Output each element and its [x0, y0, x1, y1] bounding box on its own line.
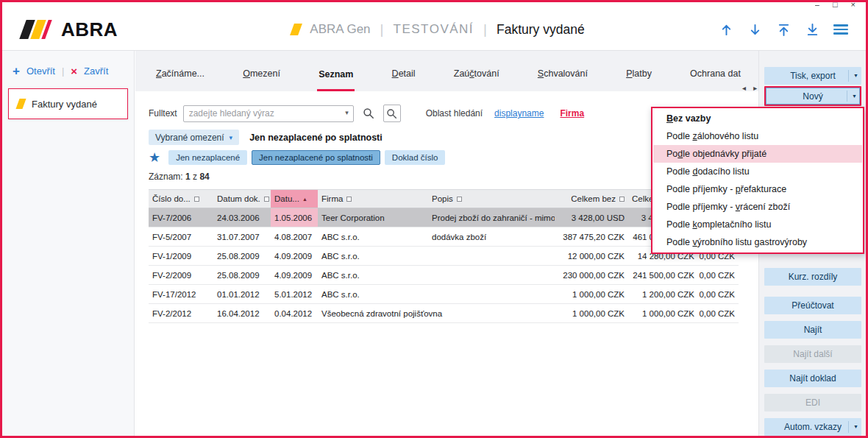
column-filter-icon[interactable]	[194, 197, 199, 202]
sidebar-toolbar: + Otevřít | × Zavřít	[2, 51, 134, 85]
button-najit-doklad[interactable]: Najít doklad	[764, 370, 861, 387]
star-icon[interactable]: ★	[149, 150, 160, 165]
search-button[interactable]	[360, 105, 377, 122]
hamburger-menu-icon[interactable]	[833, 24, 848, 35]
table-row[interactable]: FV-2/2012 16.04.2012 0.04.2012 Všeobecná…	[149, 304, 739, 323]
scroll-right-icon[interactable]: ►	[753, 85, 758, 92]
button-kurz-rozdily[interactable]: Kurz. rozdíly	[764, 268, 861, 286]
filter-chip[interactable]: Doklad číslo	[385, 150, 446, 165]
chevron-down-icon[interactable]: ▾	[345, 109, 349, 116]
sort-asc-icon: ▲	[302, 197, 307, 202]
button-edi: EDI	[764, 394, 861, 411]
new-menu-item[interactable]: Podle kompletačního listu	[653, 216, 862, 233]
firma-link[interactable]: Firma	[560, 108, 584, 119]
tab-schvalovani[interactable]: Schvalování	[536, 51, 589, 91]
arrow-to-bottom-icon[interactable]	[805, 22, 819, 37]
active-restriction-label: Jen nezaplacené po splatnosti	[249, 133, 383, 143]
column-header-popis[interactable]: Popis	[428, 190, 555, 208]
table-cell: 4.09.2009	[271, 247, 318, 265]
record-counter-total: 84	[199, 172, 209, 182]
tab-seznam[interactable]: Seznam	[317, 51, 355, 91]
open-button[interactable]: Otevřít	[26, 66, 55, 77]
table-row[interactable]: FV-17/2012 01.01.2012 5.01.2012 ABC s.r.…	[149, 285, 739, 304]
button-preuctovat[interactable]: Přeúčtovat	[764, 297, 861, 314]
new-menu-item[interactable]: Podle výrobního listu gastrovýroby	[653, 233, 862, 251]
new-menu-item-highlighted[interactable]: Podle objednávky přijaté	[653, 145, 862, 163]
displayname-link[interactable]: displayname	[494, 108, 544, 119]
table-cell: 01.01.2012	[213, 285, 271, 303]
table-cell: 1.05.2006	[271, 208, 318, 227]
table-cell: 25.08.2009	[213, 266, 271, 284]
tab-ochrana-dat[interactable]: Ochrana dat	[689, 51, 742, 91]
divider	[848, 70, 849, 82]
table-cell: ABC s.r.o.	[318, 227, 428, 246]
arrow-up-icon[interactable]	[719, 22, 733, 37]
close-x-icon: ×	[71, 66, 77, 76]
new-menu-item[interactable]: Podle příjemky - přefakturace	[653, 180, 862, 198]
table-cell: 1 000,00 CZK	[555, 304, 628, 322]
table-cell: 387 475,20 CZK	[555, 227, 628, 246]
new-menu-item[interactable]: Bez vazby	[653, 110, 862, 127]
arrow-to-top-icon[interactable]	[776, 22, 791, 37]
arrow-down-icon[interactable]	[747, 22, 762, 37]
window-maximize-button[interactable]: □	[833, 2, 838, 6]
divider: |	[62, 66, 64, 77]
divider	[848, 421, 849, 433]
tab-zaciname[interactable]: Začínáme...	[154, 51, 206, 91]
column-filter-icon[interactable]	[346, 197, 352, 202]
table-cell	[428, 304, 555, 322]
plus-icon: +	[13, 66, 20, 76]
new-menu-item[interactable]: Podle dodacího listu	[653, 163, 862, 180]
column-header-celkem-bez[interactable]: Celkem bez	[555, 190, 628, 208]
app-window: – □ × ABRA ABRA Gen | TESTOVÁNÍ | Faktur…	[0, 0, 868, 438]
fulltext-input[interactable]	[183, 105, 354, 122]
table-cell: 0,00 CZK	[698, 285, 739, 303]
dropdown-arrow-icon[interactable]: ▼	[852, 93, 857, 99]
fulltext-label: Fulltext	[149, 108, 177, 119]
table-cell: 5.01.2012	[271, 285, 318, 303]
button-novy[interactable]: Nový ▼	[764, 86, 861, 106]
table-cell	[428, 285, 555, 303]
tab-detail[interactable]: Detail	[391, 51, 417, 91]
restriction-selector[interactable]: Vybrané omezení ▾	[149, 130, 239, 145]
window-close-button[interactable]: ×	[851, 2, 855, 6]
table-cell: 1 000,00 CZK	[628, 304, 698, 322]
column-filter-icon[interactable]	[619, 197, 625, 202]
column-header-datum-dok[interactable]: Datum dok.	[213, 190, 271, 208]
table-cell: FV-2/2012	[149, 304, 213, 322]
advanced-search-button[interactable]	[383, 105, 401, 122]
column-filter-icon[interactable]	[457, 197, 462, 202]
tab-omezeni[interactable]: Omezení	[241, 51, 282, 91]
new-menu-item[interactable]: Podle příjemky - vrácení zboží	[653, 198, 862, 216]
separator: |	[380, 21, 384, 38]
button-tisk-export[interactable]: Tisk, export ▼	[764, 67, 861, 85]
table-cell: FV-5/2007	[149, 227, 213, 246]
tab-platby[interactable]: Platby	[625, 51, 653, 91]
button-autom-vzkazy[interactable]: Autom. vzkazy ▼	[764, 418, 861, 436]
table-cell: 1 000,00 CZK	[555, 285, 628, 303]
filter-chip-active[interactable]: Jen nezaplacené po splatnosti	[252, 150, 380, 165]
table-cell: FV-7/2006	[149, 208, 213, 227]
table-row[interactable]: FV-5/2007 31.07.2007 4.08.2007 ABC s.r.o…	[149, 227, 739, 247]
table-cell: 4.08.2007	[271, 227, 318, 246]
table-cell: Prodej zboží do zahraničí - mimo EU	[428, 208, 555, 227]
table-row[interactable]: FV-2/2009 25.08.2009 4.09.2009 ABC s.r.o…	[149, 266, 739, 285]
table-row[interactable]: FV-1/2009 25.08.2009 4.09.2009 ABC s.r.o…	[149, 247, 739, 266]
button-najit[interactable]: Najít	[764, 321, 861, 339]
column-header-cislo[interactable]: Číslo do...	[149, 190, 213, 208]
new-menu-item[interactable]: Podle zálohového listu	[653, 127, 862, 145]
column-header-firma[interactable]: Firma	[318, 190, 428, 208]
column-header-datum-sorted[interactable]: Datu...▲	[271, 190, 318, 208]
filter-chip[interactable]: Jen nezaplacené	[168, 150, 247, 165]
table-row[interactable]: FV-7/2006 24.03.2006 1.05.2006 Teer Corp…	[149, 208, 739, 227]
sidebar-item-label: Faktury vydané	[32, 99, 97, 110]
table-cell: 1 200,00 CZK	[628, 285, 698, 303]
sidebar-item-faktury-vydane[interactable]: Faktury vydané	[8, 88, 128, 119]
dropdown-arrow-icon[interactable]: ▼	[853, 424, 858, 430]
scroll-left-icon[interactable]: ◄	[741, 85, 747, 92]
window-minimize-button[interactable]: –	[815, 2, 819, 6]
column-filter-icon[interactable]	[264, 197, 269, 202]
tab-zauctovani[interactable]: Zaúčtování	[452, 51, 501, 91]
close-button[interactable]: Zavřít	[84, 66, 108, 77]
dropdown-arrow-icon[interactable]: ▼	[853, 73, 858, 79]
